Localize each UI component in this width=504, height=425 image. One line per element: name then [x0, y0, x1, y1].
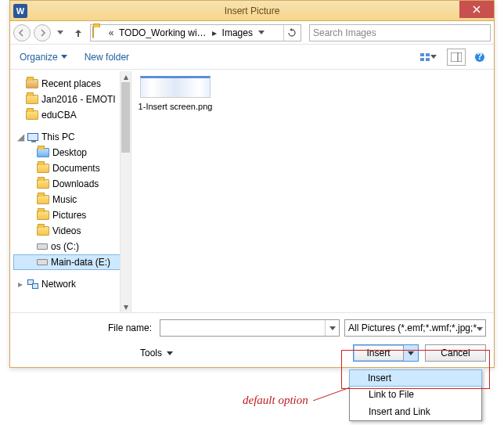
refresh-button[interactable]: [283, 25, 299, 41]
filename-label: File name:: [18, 322, 155, 333]
scroll-up-icon[interactable]: ▴: [121, 71, 131, 82]
scroll-thumb[interactable]: [121, 82, 130, 153]
menu-insert[interactable]: Insert: [349, 369, 482, 387]
scroll-down-icon[interactable]: ▾: [121, 301, 131, 312]
organize-button[interactable]: Organize: [15, 49, 72, 65]
tree-scrollbar[interactable]: ▴ ▾: [120, 71, 131, 312]
preview-pane-button[interactable]: [447, 49, 466, 66]
drive-icon: [37, 243, 48, 250]
folder-icon: [37, 211, 49, 220]
insert-dropdown-toggle[interactable]: [404, 345, 418, 361]
folder-icon: [37, 179, 49, 189]
svg-rect-3: [426, 58, 430, 61]
filename-history-dropdown[interactable]: [325, 320, 339, 336]
svg-rect-0: [420, 53, 424, 56]
network-icon: [27, 279, 38, 289]
tree-os-c[interactable]: os (C:): [13, 239, 131, 254]
address-bar[interactable]: « TODO_Working wi… ▸ Images: [90, 24, 301, 41]
breadcrumb-seg-2[interactable]: Images: [221, 27, 254, 38]
nav-bar: « TODO_Working wi… ▸ Images Search Image…: [10, 21, 494, 45]
tree-recent-places[interactable]: Recent places: [13, 76, 131, 92]
file-item[interactable]: 1-Insert screen.png: [136, 76, 214, 112]
folder-icon: [37, 226, 49, 236]
view-options-button[interactable]: [414, 49, 442, 66]
tree-educba[interactable]: eduCBA: [13, 107, 131, 123]
tree-jan2016[interactable]: Jan2016 - EMOTI: [13, 92, 131, 107]
expand-icon[interactable]: ◢: [16, 131, 24, 142]
toolbar: Organize New folder ?: [10, 45, 494, 70]
tree-desktop[interactable]: Desktop: [13, 145, 131, 160]
breadcrumb-seg-1[interactable]: TODO_Working wi…: [117, 27, 208, 38]
tree-pictures[interactable]: Pictures: [13, 207, 131, 223]
menu-link-to-file[interactable]: Link to File: [350, 386, 481, 403]
new-folder-button[interactable]: New folder: [80, 49, 134, 65]
tree-music[interactable]: Music: [13, 192, 131, 207]
insert-button[interactable]: Insert: [354, 345, 404, 361]
address-history-dropdown[interactable]: [256, 31, 267, 34]
svg-rect-1: [426, 53, 430, 56]
filename-input[interactable]: [160, 319, 340, 337]
file-thumbnail: [140, 76, 211, 98]
tree-documents[interactable]: Documents: [13, 160, 131, 176]
insert-picture-dialog: W Insert Picture « TODO_Working wi… ▸ Im…: [9, 0, 495, 368]
tree-downloads[interactable]: Downloads: [13, 176, 131, 192]
svg-text:?: ?: [477, 52, 482, 62]
word-app-icon: W: [13, 4, 27, 18]
window-title: Insert Picture: [10, 5, 494, 16]
chevron-down-icon: [61, 55, 67, 59]
annotation-label: default option: [243, 394, 308, 407]
tree-main-data-e[interactable]: Main-data (E:): [13, 254, 131, 270]
chevron-down-icon: [430, 55, 437, 59]
file-list[interactable]: 1-Insert screen.png: [131, 71, 494, 312]
back-button[interactable]: [13, 24, 31, 41]
folder-icon: [26, 95, 38, 104]
tree-videos[interactable]: Videos: [13, 223, 131, 239]
folder-icon: [26, 79, 38, 88]
dialog-footer: File name: All Pictures (*.emf;*.wmf;*.j…: [10, 312, 494, 367]
help-button[interactable]: ?: [470, 49, 489, 66]
title-bar: W Insert Picture: [10, 1, 494, 21]
close-button[interactable]: [459, 1, 494, 18]
pc-icon: [27, 133, 38, 141]
file-type-filter[interactable]: All Pictures (*.emf;*.wmf;*.jpg;*: [344, 319, 486, 337]
cancel-button[interactable]: Cancel: [425, 344, 486, 362]
menu-insert-and-link[interactable]: Insert and Link: [350, 403, 481, 420]
svg-rect-2: [420, 58, 424, 61]
tree-network[interactable]: ▸Network: [13, 276, 131, 292]
folder-icon: [37, 164, 49, 173]
search-input[interactable]: Search Images: [309, 24, 491, 41]
nav-tree: Recent places Jan2016 - EMOTI eduCBA ◢Th…: [10, 71, 131, 312]
annotation-arrow: [313, 387, 352, 401]
up-button[interactable]: [70, 24, 87, 41]
drive-icon: [37, 259, 48, 265]
folder-icon: [26, 110, 38, 120]
folder-icon: [92, 27, 105, 39]
insert-dropdown-menu: Insert Link to File Insert and Link: [349, 369, 482, 421]
chevron-down-icon: [477, 322, 483, 333]
expand-icon[interactable]: ▸: [16, 279, 24, 290]
tools-button[interactable]: Tools: [135, 345, 178, 361]
search-placeholder: Search Images: [313, 27, 376, 38]
folder-icon: [37, 148, 49, 157]
breadcrumb-prefix: «: [106, 27, 116, 38]
chevron-down-icon: [167, 351, 173, 355]
tree-this-pc[interactable]: ◢This PC: [13, 129, 131, 145]
forward-button[interactable]: [34, 24, 51, 41]
chevron-right-icon[interactable]: ▸: [210, 27, 219, 38]
file-name: 1-Insert screen.png: [136, 101, 214, 112]
history-dropdown[interactable]: [54, 24, 67, 41]
insert-split-button[interactable]: Insert: [353, 344, 419, 362]
folder-icon: [37, 195, 49, 204]
svg-line-8: [313, 387, 352, 401]
svg-rect-4: [451, 52, 462, 62]
